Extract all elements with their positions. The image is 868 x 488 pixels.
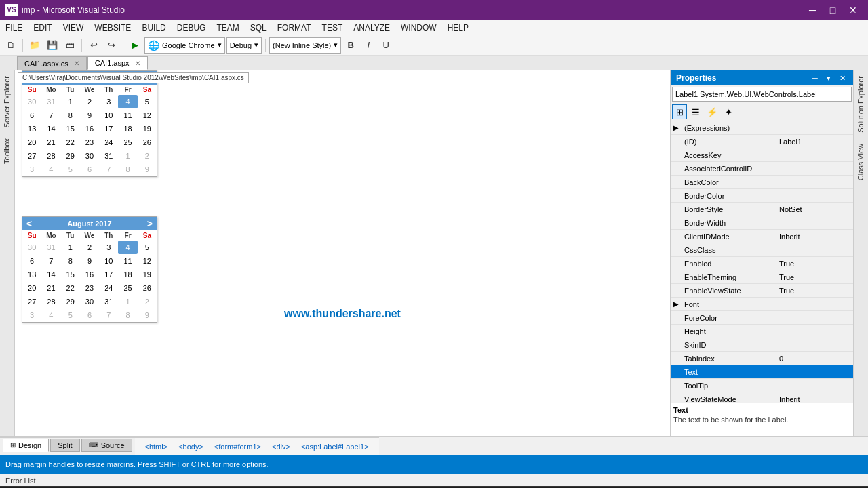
solution-explorer-label[interactable]: Solution Explorer <box>854 70 868 138</box>
table-row[interactable]: 28 <box>41 295 60 308</box>
menu-item-sql[interactable]: SQL <box>245 20 272 35</box>
close-button[interactable]: ✕ <box>844 3 863 18</box>
table-row[interactable]: 4 <box>41 163 60 176</box>
menu-item-debug[interactable]: DEBUG <box>172 20 212 35</box>
prop-row-text[interactable]: Text <box>671 365 853 379</box>
props-pin-button[interactable]: ─ <box>810 73 821 83</box>
table-row[interactable]: 6 <box>22 254 41 268</box>
prop-row-viewstatemode[interactable]: ViewStateModeInherit <box>671 392 853 403</box>
prop-row-tabindex[interactable]: TabIndex0 <box>671 352 853 365</box>
table-row[interactable]: 2 <box>138 295 157 308</box>
menu-item-build[interactable]: BUILD <box>136 20 171 35</box>
table-row[interactable]: 17 <box>99 268 118 281</box>
table-row[interactable]: 13 <box>22 122 41 136</box>
table-row[interactable]: 23 <box>80 281 99 295</box>
table-row[interactable]: 10 <box>99 108 118 122</box>
table-row[interactable]: 30 <box>22 241 41 254</box>
breadcrumb-div[interactable]: <div> <box>267 441 295 453</box>
prop-row-height[interactable]: Height <box>671 325 853 338</box>
table-row[interactable]: 10 <box>99 254 118 268</box>
prop-row-enableviewstate[interactable]: EnableViewStateTrue <box>671 284 853 298</box>
table-row[interactable]: 12 <box>138 108 157 122</box>
table-row[interactable]: 20 <box>22 281 41 295</box>
save-button[interactable]: 💾 <box>44 37 60 54</box>
table-row[interactable]: 7 <box>41 108 60 122</box>
toolbox-label[interactable]: Toolbox <box>0 133 14 169</box>
table-row[interactable]: 3 <box>22 163 41 176</box>
table-row[interactable]: 11 <box>118 254 137 268</box>
table-row[interactable]: 26 <box>138 136 157 149</box>
table-row[interactable]: 22 <box>61 136 80 149</box>
menu-item-view[interactable]: VIEW <box>58 20 90 35</box>
table-row[interactable]: 5 <box>61 163 80 176</box>
table-row[interactable]: 2 <box>80 241 99 254</box>
table-row[interactable]: 21 <box>41 281 60 295</box>
table-row[interactable]: 6 <box>22 108 41 122</box>
close-tab-2[interactable]: ✕ <box>135 60 140 67</box>
table-row[interactable]: 18 <box>118 268 137 281</box>
table-row[interactable]: 24 <box>99 281 118 295</box>
table-row[interactable]: 31 <box>41 95 60 108</box>
table-row[interactable]: 12 <box>138 254 157 268</box>
table-row[interactable]: 13 <box>22 268 41 281</box>
table-row[interactable]: 30 <box>22 95 41 108</box>
table-row[interactable]: 8 <box>118 308 137 322</box>
prop-row-skinid[interactable]: SkinID <box>671 338 853 352</box>
cal2-prev[interactable]: < <box>26 218 32 229</box>
table-row[interactable]: 8 <box>61 254 80 268</box>
prop-row-clientidmode[interactable]: ClientIDModeInherit <box>671 230 853 243</box>
table-row[interactable]: 23 <box>80 136 99 149</box>
table-row[interactable]: 24 <box>99 136 118 149</box>
table-row[interactable]: 2 <box>138 149 157 163</box>
table-row[interactable]: 4 <box>118 241 137 254</box>
table-row[interactable]: 29 <box>61 149 80 163</box>
table-row[interactable]: 25 <box>118 281 137 295</box>
table-row[interactable]: 9 <box>138 163 157 176</box>
table-row[interactable]: 7 <box>99 163 118 176</box>
table-row[interactable]: 7 <box>41 254 60 268</box>
table-row[interactable]: 19 <box>138 268 157 281</box>
table-row[interactable]: 9 <box>80 108 99 122</box>
table-row[interactable]: 3 <box>22 308 41 322</box>
table-row[interactable]: 31 <box>41 241 60 254</box>
table-row[interactable]: 30 <box>80 149 99 163</box>
prop-row-borderstyle[interactable]: BorderStyleNotSet <box>671 203 853 216</box>
props-categorized-button[interactable]: ☰ <box>688 104 703 119</box>
table-row[interactable]: 19 <box>138 122 157 136</box>
menu-item-format[interactable]: FORMAT <box>272 20 317 35</box>
open-button[interactable]: 📁 <box>26 37 43 54</box>
italic-button[interactable]: I <box>360 37 376 54</box>
tab-cai1-aspx-cs[interactable]: CAI1.aspx.cs ✕ C:\Users\Viraj\Documents\… <box>17 56 87 70</box>
table-row[interactable]: 11 <box>118 108 137 122</box>
prop-row-accesskey[interactable]: AccessKey <box>671 148 853 162</box>
prop-row-cssclass[interactable]: CssClass <box>671 243 853 257</box>
prop-row-backcolor[interactable]: BackColor <box>671 176 853 189</box>
run-button[interactable]: ▶ <box>127 37 143 54</box>
table-row[interactable]: 1 <box>61 241 80 254</box>
props-minimize-button[interactable]: ▾ <box>823 73 834 83</box>
table-row[interactable]: 4 <box>118 95 137 108</box>
table-row[interactable]: 1 <box>118 149 137 163</box>
breadcrumb-form[interactable]: <form#form1> <box>210 441 266 453</box>
table-row[interactable]: 14 <box>41 122 60 136</box>
prop-row-tooltip[interactable]: ToolTip <box>671 379 853 392</box>
table-row[interactable]: 9 <box>80 254 99 268</box>
prop-row-bordercolor[interactable]: BorderColor <box>671 189 853 203</box>
props-events-button[interactable]: ✦ <box>721 104 736 119</box>
menu-item-file[interactable]: FILE <box>0 20 28 35</box>
breadcrumb-label[interactable]: <asp:Label#Label1> <box>296 441 374 453</box>
prop-row-forecolor[interactable]: ForeColor <box>671 311 853 325</box>
debug-dropdown[interactable]: Debug ▾ <box>226 37 262 54</box>
table-row[interactable]: 8 <box>61 108 80 122</box>
breadcrumb-html[interactable]: <html> <box>140 441 173 453</box>
menu-item-analyze[interactable]: ANALYZE <box>348 20 395 35</box>
new-project-button[interactable]: 🗋 <box>3 37 19 54</box>
prop-row--expressions-[interactable]: ▶(Expressions) <box>671 121 853 135</box>
table-row[interactable]: 31 <box>99 149 118 163</box>
table-row[interactable]: 27 <box>22 295 41 308</box>
menu-item-window[interactable]: WINDOW <box>395 20 442 35</box>
table-row[interactable]: 25 <box>118 136 137 149</box>
table-row[interactable]: 6 <box>80 308 99 322</box>
table-row[interactable]: 29 <box>61 295 80 308</box>
props-properties-button[interactable]: ⚡ <box>705 104 719 119</box>
